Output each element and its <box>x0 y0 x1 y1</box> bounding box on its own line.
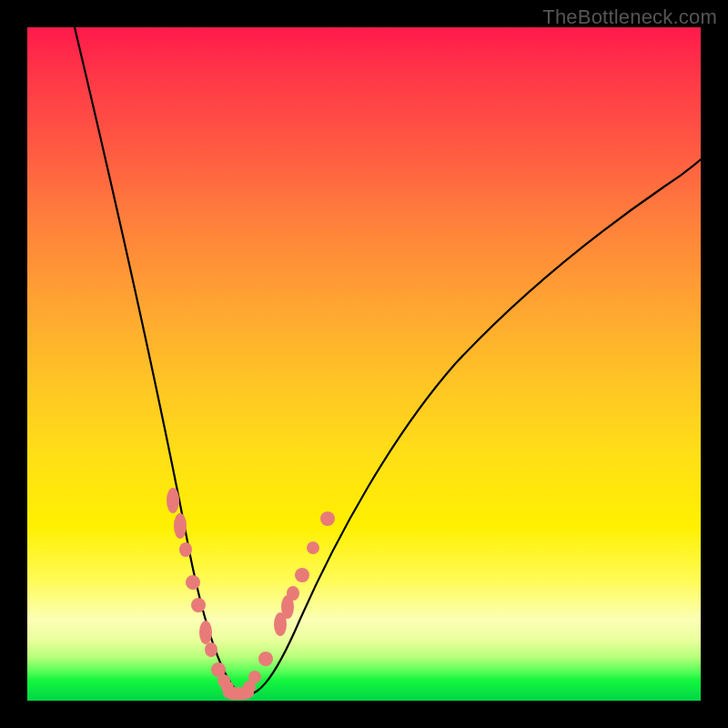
svg-point-20 <box>320 511 335 526</box>
svg-point-19 <box>307 541 319 554</box>
bottleneck-curve <box>75 27 706 695</box>
svg-point-18 <box>295 568 309 582</box>
svg-point-17 <box>287 586 299 601</box>
svg-point-14 <box>258 652 273 666</box>
attribution-watermark: TheBottleneck.com <box>542 5 717 29</box>
svg-point-13 <box>248 671 261 683</box>
svg-point-0 <box>167 488 179 513</box>
svg-point-4 <box>191 598 206 612</box>
bottleneck-curve-svg <box>27 27 701 701</box>
svg-point-5 <box>199 621 212 644</box>
svg-point-2 <box>179 542 192 557</box>
svg-point-1 <box>174 513 187 539</box>
svg-point-3 <box>186 575 200 590</box>
chart-frame: TheBottleneck.com <box>0 0 728 728</box>
curve-markers <box>167 488 335 700</box>
svg-point-6 <box>205 642 217 657</box>
plot-area <box>27 27 701 701</box>
